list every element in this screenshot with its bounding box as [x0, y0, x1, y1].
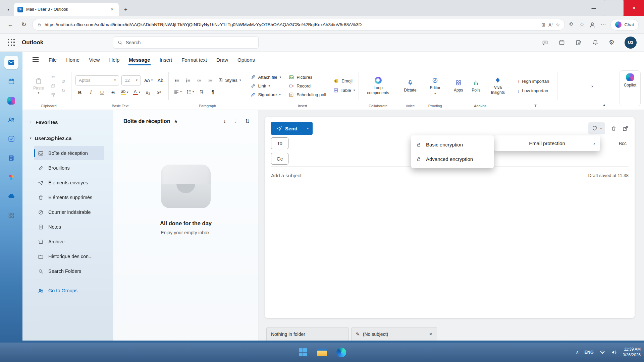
split-screen-icon[interactable]: ⊞: [541, 22, 545, 27]
network-icon[interactable]: [599, 350, 605, 355]
scheduling-poll-button[interactable]: Scheduling poll: [288, 92, 326, 98]
subject-input[interactable]: [271, 173, 588, 178]
redo-icon[interactable]: ↻: [59, 87, 67, 94]
sort-icon[interactable]: ⇅: [245, 118, 250, 124]
cc-button[interactable]: Cc: [271, 153, 288, 165]
my-day-icon[interactable]: [558, 39, 565, 46]
tab-insert[interactable]: Insert: [158, 52, 174, 68]
loop-components-button[interactable]: Loop components: [363, 76, 393, 96]
file-explorer-button[interactable]: [315, 345, 329, 359]
browser-tab[interactable]: ✉ Mail - User 3 - Outlook ✕: [14, 3, 119, 16]
dictate-button[interactable]: Dictate: [401, 79, 419, 94]
line-spacing-button[interactable]: ▾: [185, 87, 195, 96]
close-draft-icon[interactable]: ✕: [429, 332, 432, 337]
viva-insights-button[interactable]: Viva Insights: [486, 76, 509, 96]
more-options-icon[interactable]: ⋯: [600, 21, 606, 28]
folder-deleted[interactable]: Éléments supprimés: [34, 190, 104, 204]
favorite-star-icon[interactable]: ★: [174, 118, 178, 124]
taskbar-overflow-chevron-icon[interactable]: ∧: [576, 350, 579, 355]
styles-button[interactable]: Styles ▾: [217, 76, 242, 85]
numbered-list-button[interactable]: [184, 76, 193, 85]
copilot-chat-button[interactable]: Chat: [610, 19, 639, 31]
sort-button[interactable]: ⇅: [197, 87, 206, 96]
rail-item-more-apps[interactable]: [4, 208, 18, 222]
filter-icon[interactable]: [233, 118, 238, 124]
bold-button[interactable]: B: [75, 88, 84, 97]
apps-button[interactable]: Apps: [451, 79, 466, 94]
clock[interactable]: 11:39 AM 3/26/2026: [623, 347, 641, 358]
to-button[interactable]: To: [271, 137, 288, 149]
rail-item-copilot[interactable]: [4, 94, 18, 107]
folder-junk[interactable]: Courrier indésirable: [34, 205, 104, 219]
open-in-new-window-button[interactable]: [622, 125, 629, 132]
volume-icon[interactable]: [611, 350, 617, 355]
language-indicator[interactable]: ENG: [585, 350, 594, 355]
send-options-chevron[interactable]: ▾: [303, 122, 313, 135]
teams-chat-icon[interactable]: [542, 39, 548, 46]
rail-item-word[interactable]: [4, 151, 18, 165]
folder-search-folders[interactable]: Search Folders: [34, 264, 104, 278]
favorites-bar-icon[interactable]: ☆: [579, 21, 584, 28]
extensions-icon[interactable]: [568, 21, 575, 28]
align-button[interactable]: ▾: [173, 87, 183, 96]
increase-indent-button[interactable]: [206, 76, 215, 85]
tab-close-icon[interactable]: ✕: [109, 6, 115, 13]
copy-icon[interactable]: [49, 82, 57, 90]
discard-draft-button[interactable]: [610, 125, 617, 132]
undo-icon[interactable]: ↺: [59, 78, 67, 85]
tab-format-text[interactable]: Format text: [180, 52, 209, 68]
strikethrough-button[interactable]: S: [109, 88, 117, 97]
mark-read-arrow-icon[interactable]: ↓: [223, 118, 226, 124]
app-launcher-icon[interactable]: [8, 39, 15, 46]
highlight-color-button[interactable]: ab▾: [120, 88, 129, 97]
new-tab-button[interactable]: +: [121, 5, 131, 15]
close-window-button[interactable]: ✕: [624, 0, 644, 16]
paste-button[interactable]: Paste ▾: [30, 76, 47, 96]
feedback-icon[interactable]: [575, 39, 582, 46]
tab-home[interactable]: Home: [64, 52, 81, 68]
read-aloud-icon[interactable]: A⁾: [548, 22, 553, 27]
folder-notes[interactable]: Notes: [34, 220, 104, 234]
bulleted-list-button[interactable]: [173, 76, 181, 85]
underline-button[interactable]: U: [98, 88, 106, 97]
minimize-button[interactable]: —: [584, 0, 604, 16]
font-family-select[interactable]: Aptos▾: [75, 75, 119, 85]
back-button[interactable]: ←: [5, 20, 15, 30]
rail-item-todo[interactable]: [4, 132, 18, 145]
encryption-options-button[interactable]: ▾: [588, 122, 605, 134]
superscript-button[interactable]: x²: [155, 88, 163, 97]
polls-button[interactable]: Polls: [469, 79, 483, 94]
address-bar[interactable]: https://outlook.office.com/soft/mail/inb…: [32, 19, 565, 31]
message-body[interactable]: [271, 184, 629, 318]
folder-drafts[interactable]: Brouillons: [34, 161, 104, 175]
menu-item-basic-encryption[interactable]: Basic encryption: [411, 137, 494, 152]
notifications-bell-icon[interactable]: [592, 39, 599, 46]
collapse-ribbon-icon[interactable]: ▴: [603, 103, 605, 107]
tab-message[interactable]: Message: [127, 52, 152, 68]
clear-formatting-button[interactable]: Ab: [156, 76, 165, 85]
pictures-button[interactable]: Pictures: [288, 74, 326, 80]
signature-button[interactable]: Signature▾: [250, 92, 281, 98]
maximize-button[interactable]: [604, 0, 624, 16]
ribbon-overflow-chevron-icon[interactable]: ›: [591, 83, 593, 89]
paragraph-marks-button[interactable]: ¶: [208, 87, 217, 96]
go-to-groups-link[interactable]: Go to Groups: [34, 284, 104, 298]
refresh-button[interactable]: ↻: [19, 20, 29, 30]
font-color-button[interactable]: A▾: [132, 88, 142, 97]
tab-draw[interactable]: Draw: [215, 52, 230, 68]
browser-profile-icon[interactable]: [589, 21, 596, 28]
tab-view[interactable]: View: [87, 52, 101, 68]
account-section[interactable]: ▾ User.3@hiez.ca: [22, 131, 113, 145]
attach-file-button[interactable]: Attach file▾: [250, 74, 281, 80]
decrease-indent-button[interactable]: [195, 76, 204, 85]
tab-options[interactable]: Options: [236, 52, 257, 68]
rail-item-mail[interactable]: [4, 56, 18, 69]
folder-conversation-history[interactable]: Historique des con...: [34, 249, 104, 263]
tab-file[interactable]: File: [47, 52, 58, 68]
change-case-button[interactable]: aA▾: [143, 76, 154, 85]
start-button[interactable]: [296, 345, 310, 359]
font-size-select[interactable]: 12▾: [121, 75, 141, 85]
record-button[interactable]: Record: [288, 83, 326, 89]
tab-list-chevron-icon[interactable]: ▾: [3, 3, 14, 16]
table-button[interactable]: ⊞Table▾: [333, 87, 355, 94]
